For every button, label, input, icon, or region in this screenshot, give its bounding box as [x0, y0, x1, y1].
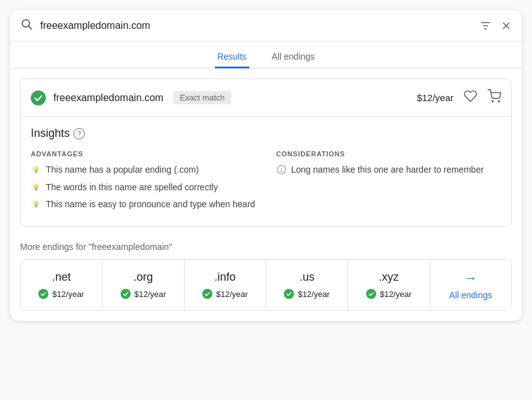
ending-check-org: [121, 289, 131, 299]
ending-price-row-us: $12/year: [284, 289, 330, 299]
considerations-column: CONSIDERATIONS Long names like this one …: [276, 150, 502, 216]
add-to-cart-button[interactable]: [487, 89, 501, 106]
svg-point-9: [498, 100, 499, 102]
search-bar: freeexampledomain.com: [10, 10, 522, 41]
svg-text:💡: 💡: [33, 183, 40, 190]
bulb-icon-1: 💡: [31, 165, 41, 175]
ending-check-us: [284, 289, 294, 299]
svg-text:💡: 💡: [33, 200, 40, 208]
considerations-header: CONSIDERATIONS: [276, 150, 502, 158]
svg-point-19: [38, 289, 48, 299]
ending-cell-info[interactable]: .info $12/year: [185, 260, 266, 310]
svg-point-8: [492, 100, 493, 102]
ending-ext-xyz: .xyz: [379, 271, 399, 284]
ending-price-row-org: $12/year: [121, 289, 166, 299]
advantage-text-3: This name is easy to pronounce and type …: [46, 198, 255, 211]
ending-price-row-xyz: $12/year: [366, 289, 412, 299]
ending-price-us: $12/year: [298, 289, 330, 299]
ending-cell-us[interactable]: .us $12/year: [266, 260, 348, 310]
search-input[interactable]: freeexampledomain.com: [40, 20, 472, 31]
advantage-item-1: 💡 This name has a popular ending (.com): [31, 164, 256, 176]
filter-button[interactable]: [479, 19, 492, 32]
domain-result-row: freeexampledomain.com Exact match $12/ye…: [21, 79, 511, 116]
more-endings-section: More endings for "freeexampledomain" .ne…: [20, 237, 512, 311]
tab-all-endings[interactable]: All endings: [269, 46, 318, 68]
insights-heading: Insights: [31, 127, 70, 140]
advantages-header: ADVANTAGES: [31, 150, 256, 158]
insights-section: Insights ? ADVANTAGES 💡: [21, 116, 511, 226]
wishlist-button[interactable]: [464, 89, 477, 106]
svg-point-20: [121, 289, 131, 299]
consideration-icon-1: [276, 165, 286, 175]
search-actions: [479, 19, 512, 32]
svg-point-18: [281, 171, 281, 171]
insights-columns: ADVANTAGES 💡 This name has a popular end…: [31, 150, 501, 216]
main-container: freeexampledomain.com Results All ending…: [10, 10, 522, 321]
search-icon: [20, 18, 33, 33]
consideration-item-1: Long names like this one are harder to r…: [276, 164, 502, 176]
clear-button[interactable]: [501, 20, 512, 31]
exact-match-badge: Exact match: [173, 91, 231, 104]
ending-cell-xyz[interactable]: .xyz $12/year: [348, 260, 430, 310]
ending-cell-net[interactable]: .net $12/year: [21, 260, 102, 310]
more-endings-title: More endings for "freeexampledomain": [20, 237, 512, 259]
tabs: Results All endings: [10, 41, 522, 68]
svg-text:💡: 💡: [33, 166, 40, 173]
ending-price-row-net: $12/year: [38, 289, 84, 299]
svg-point-22: [284, 289, 294, 299]
domain-result-right: $12/year: [417, 89, 501, 106]
available-check-icon: [31, 90, 46, 105]
tab-results[interactable]: Results: [215, 46, 249, 68]
advantage-item-2: 💡 The words in this name are spelled cor…: [31, 181, 256, 194]
bulb-icon-2: 💡: [31, 182, 41, 192]
advantage-text-1: This name has a popular ending (.com): [46, 164, 199, 176]
svg-point-7: [31, 90, 46, 105]
advantage-item-3: 💡 This name is easy to pronounce and typ…: [31, 198, 256, 211]
advantages-column: ADVANTAGES 💡 This name has a popular end…: [31, 150, 256, 216]
all-endings-cell[interactable]: → All endings: [430, 260, 511, 310]
ending-ext-us: .us: [300, 271, 315, 284]
ending-price-info: $12/year: [216, 289, 248, 299]
ending-check-info: [202, 289, 212, 299]
endings-grid: .net $12/year .org: [20, 259, 512, 311]
svg-line-1: [29, 26, 32, 30]
ending-price-xyz: $12/year: [380, 289, 412, 299]
ending-price-net: $12/year: [52, 289, 84, 299]
domain-price: $12/year: [417, 92, 453, 103]
ending-ext-info: .info: [214, 271, 236, 284]
svg-point-21: [202, 289, 212, 299]
advantage-text-2: The words in this name are spelled corre…: [46, 181, 218, 194]
all-endings-label: All endings: [449, 290, 492, 300]
insights-help-icon[interactable]: ?: [73, 128, 85, 139]
ending-ext-org: .org: [133, 271, 153, 284]
insights-title: Insights ?: [31, 127, 501, 140]
ending-price-row-info: $12/year: [202, 289, 248, 299]
ending-price-org: $12/year: [134, 289, 166, 299]
all-endings-arrow-icon: →: [464, 270, 477, 286]
ending-check-xyz: [366, 289, 376, 299]
bulb-icon-3: 💡: [31, 199, 41, 209]
ending-ext-net: .net: [52, 271, 71, 284]
ending-cell-org[interactable]: .org $12/year: [102, 260, 184, 310]
consideration-text-1: Long names like this one are harder to r…: [291, 164, 484, 176]
main-content: freeexampledomain.com Exact match $12/ye…: [10, 68, 522, 321]
svg-point-23: [366, 289, 376, 299]
domain-name: freeexampledomain.com: [53, 92, 163, 104]
help-icon-label: ?: [77, 130, 81, 138]
ending-check-net: [38, 289, 48, 299]
domain-card: freeexampledomain.com Exact match $12/ye…: [20, 78, 512, 227]
